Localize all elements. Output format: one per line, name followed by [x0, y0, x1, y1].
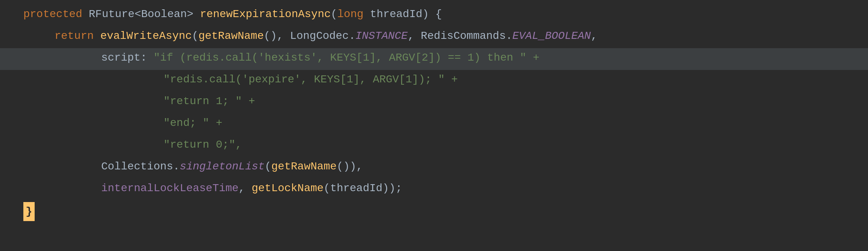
code-line-4: "redis.call('pexpire', KEYS[1], ARGV[1])… — [0, 70, 868, 92]
code-editor: protected RFuture<Boolean> renewExpirati… — [0, 0, 868, 251]
code-line-6: "end; " + — [0, 113, 868, 135]
keyword-protected: protected — [23, 5, 89, 24]
type-rfuture: RFuture<Boolean> — [89, 5, 200, 24]
code-line-3: script: "if (redis.call('hexists', KEYS[… — [0, 48, 868, 70]
code-line-9: internalLockLeaseTime, getLockName(threa… — [0, 179, 868, 200]
code-line-7: "return 0;", — [0, 135, 868, 157]
code-line-1: protected RFuture<Boolean> renewExpirati… — [0, 5, 868, 26]
code-line-10: } — [0, 200, 868, 222]
code-line-2: return evalWriteAsync(getRawName(), Long… — [0, 26, 868, 48]
code-line-5: "return 1; " + — [0, 92, 868, 113]
method-name: renewExpirationAsync — [200, 5, 331, 24]
code-line-8: Collections.singletonList(getRawName()), — [0, 157, 868, 179]
